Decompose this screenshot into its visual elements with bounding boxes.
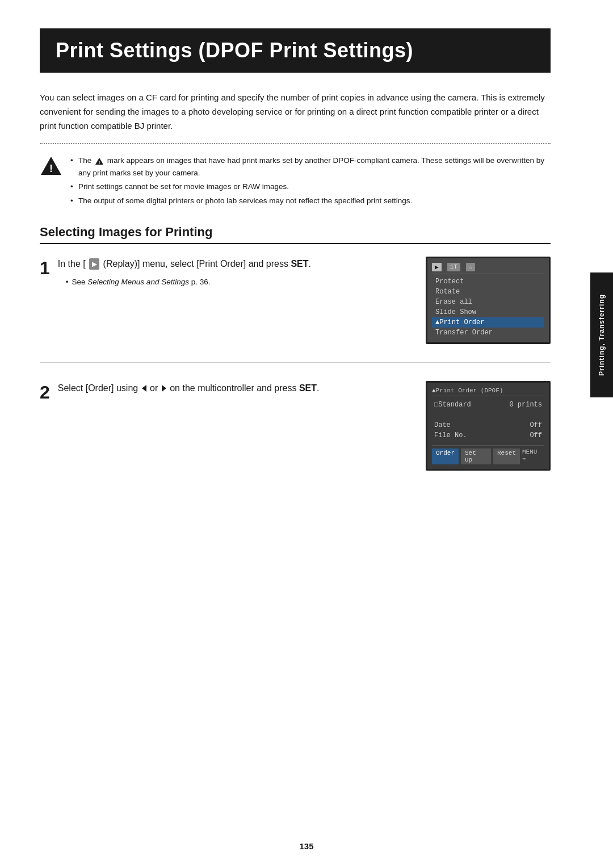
step-2-left: 2 Select [Order] using or on the multico… bbox=[40, 381, 408, 401]
step-2-screen: ▲Print Order (DPOF) □Standard 0 prints D… bbox=[426, 381, 551, 471]
menu-transfer-order: Transfer Order bbox=[432, 328, 544, 338]
menu-erase-all: Erase all bbox=[432, 297, 544, 307]
dpof-standard-value: 0 prints bbox=[509, 401, 542, 409]
dpof-standard-row: □Standard 0 prints bbox=[432, 400, 544, 410]
side-tab-label: Printing, Transferring bbox=[598, 294, 606, 376]
step-1-row: 1 In the [ ▶ (Replay)] menu, select [Pri… bbox=[40, 257, 551, 363]
svg-text:!: ! bbox=[99, 160, 100, 165]
replay-tab: ▶ bbox=[432, 263, 442, 271]
dotted-divider bbox=[40, 143, 551, 144]
page-container: Printing, Transferring Print Settings (D… bbox=[0, 0, 613, 868]
dpof-date-row: Date Off bbox=[432, 420, 544, 430]
arrow-left-icon bbox=[142, 385, 146, 392]
step-1-text: In the [ ▶ (Replay)] menu, select [Print… bbox=[58, 257, 408, 289]
dpof-standard-label: □Standard bbox=[434, 401, 471, 409]
section-heading: Selecting Images for Printing bbox=[40, 225, 551, 244]
dpof-screen: ▲Print Order (DPOF) □Standard 0 prints D… bbox=[426, 381, 551, 471]
dpof-spacer-row bbox=[432, 410, 544, 420]
camera-screen-header-1: ▶ 1T ☆ bbox=[432, 263, 544, 274]
menu-print-order: ▲Print Order bbox=[432, 317, 544, 328]
dpof-date-label: Date bbox=[434, 421, 451, 429]
dpof-date-value: Off bbox=[530, 421, 542, 429]
menu-rotate: Rotate bbox=[432, 287, 544, 297]
notice-item-1: The ! mark appears on images that have h… bbox=[70, 154, 551, 179]
warning-mark-icon: ! bbox=[95, 157, 104, 165]
notice-block: ! The ! mark appears on images that have… bbox=[40, 154, 551, 208]
dpof-fileno-row: File No. Off bbox=[432, 430, 544, 441]
step-1-set-label: SET bbox=[291, 259, 308, 269]
star-tab: ☆ bbox=[466, 263, 476, 271]
info-tab: 1T bbox=[447, 263, 460, 271]
dpof-fileno-value: Off bbox=[530, 431, 542, 439]
dpof-reset-btn[interactable]: Reset bbox=[493, 448, 520, 464]
svg-text:!: ! bbox=[49, 163, 53, 174]
dpof-setup-btn[interactable]: Set up bbox=[461, 448, 491, 464]
step-2-text: Select [Order] using or on the multicont… bbox=[58, 381, 408, 396]
step-1-screen: ▶ 1T ☆ Protect Rotate Erase all Slide Sh… bbox=[426, 257, 551, 344]
page-title: Print Settings (DPOF Print Settings) bbox=[56, 39, 535, 62]
dpof-fileno-label: File No. bbox=[434, 431, 467, 439]
side-tab: Printing, Transferring bbox=[590, 272, 613, 397]
notice-icon: ! bbox=[40, 154, 62, 177]
notice-item-3: The output of some digital printers or p… bbox=[70, 195, 551, 207]
step-1-left: 1 In the [ ▶ (Replay)] menu, select [Pri… bbox=[40, 257, 408, 289]
step-1-note: See Selecting Menus and Settings p. 36. bbox=[58, 276, 408, 288]
arrow-right-icon bbox=[162, 385, 166, 392]
step-2-set-label: SET bbox=[299, 383, 317, 393]
notice-item-2: Print settings cannot be set for movie i… bbox=[70, 181, 551, 193]
page-title-block: Print Settings (DPOF Print Settings) bbox=[40, 28, 551, 73]
notice-content: The ! mark appears on images that have h… bbox=[70, 154, 551, 208]
step-1-number: 1 bbox=[40, 259, 50, 277]
step-2-number: 2 bbox=[40, 383, 50, 401]
menu-slide-show: Slide Show bbox=[432, 307, 544, 317]
menu-protect: Protect bbox=[432, 276, 544, 287]
main-content: Print Settings (DPOF Print Settings) You… bbox=[0, 0, 613, 535]
dpof-order-btn[interactable]: Order bbox=[432, 448, 459, 464]
step-2-row: 2 Select [Order] using or on the multico… bbox=[40, 381, 551, 489]
dpof-title: ▲Print Order (DPOF) bbox=[432, 387, 544, 396]
intro-paragraph: You can select images on a CF card for p… bbox=[40, 91, 551, 133]
page-number: 135 bbox=[299, 841, 313, 851]
camera-screen-1: ▶ 1T ☆ Protect Rotate Erase all Slide Sh… bbox=[426, 257, 551, 344]
or-text: or bbox=[150, 383, 161, 393]
dpof-menu-label: MENU ➡ bbox=[522, 448, 544, 464]
dpof-buttons: Order Set up Reset MENU ➡ bbox=[432, 445, 544, 464]
replay-icon: ▶ bbox=[89, 258, 99, 270]
